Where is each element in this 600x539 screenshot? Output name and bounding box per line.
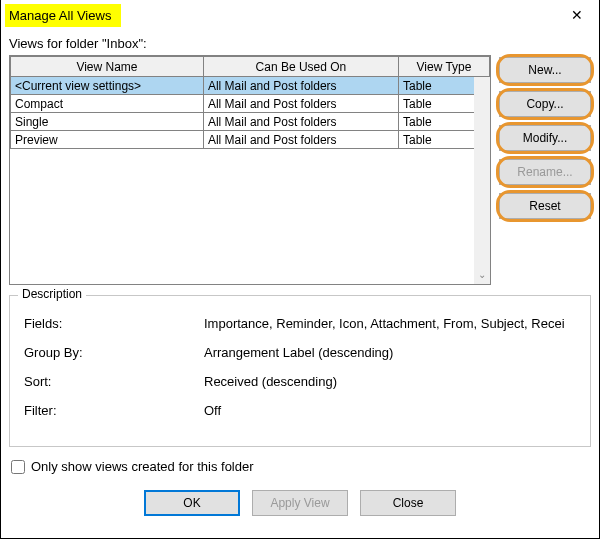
description-sort-row[interactable]: Sort: Received (descending): [24, 374, 580, 389]
groupby-label: Group By:: [24, 345, 204, 360]
cell-usedon: All Mail and Post folders: [203, 113, 398, 131]
reset-button-label: Reset: [529, 199, 560, 213]
bottom-buttons: OK Apply View Close: [9, 490, 591, 516]
folder-label: Views for folder "Inbox":: [9, 36, 591, 51]
chevron-down-icon: ⌄: [478, 269, 486, 280]
rename-button-label: Rename...: [517, 165, 572, 179]
cell-name: Single: [11, 113, 204, 131]
rename-button: Rename...: [499, 159, 591, 185]
views-table: View Name Can Be Used On View Type <Curr…: [10, 56, 490, 149]
apply-view-button: Apply View: [252, 490, 348, 516]
table-row[interactable]: Compact All Mail and Post folders Table: [11, 95, 490, 113]
close-button[interactable]: ✕: [555, 0, 599, 30]
description-groupby-row[interactable]: Group By: Arrangement Label (descending): [24, 345, 580, 360]
table-row[interactable]: Single All Mail and Post folders Table: [11, 113, 490, 131]
sort-value: Received (descending): [204, 374, 580, 389]
only-show-checkbox[interactable]: [11, 460, 25, 474]
filter-value: Off: [204, 403, 580, 418]
table-row[interactable]: <Current view settings> All Mail and Pos…: [11, 77, 490, 95]
sort-label: Sort:: [24, 374, 204, 389]
modify-button-label: Modify...: [523, 131, 567, 145]
close-icon: ✕: [571, 7, 583, 23]
reset-button[interactable]: Reset: [499, 193, 591, 219]
groupby-value: Arrangement Label (descending): [204, 345, 580, 360]
modify-button[interactable]: Modify...: [499, 125, 591, 151]
filter-label: Filter:: [24, 403, 204, 418]
table-row[interactable]: Preview All Mail and Post folders Table: [11, 131, 490, 149]
main-row: View Name Can Be Used On View Type <Curr…: [9, 55, 591, 285]
fields-label: Fields:: [24, 316, 204, 331]
column-header-usedon[interactable]: Can Be Used On: [203, 57, 398, 77]
description-legend: Description: [18, 287, 86, 301]
table-header-row: View Name Can Be Used On View Type: [11, 57, 490, 77]
side-buttons: New... Copy... Modify... Rename... Reset: [499, 55, 591, 285]
title-bar: Manage All Views ✕: [1, 0, 599, 30]
cell-name: Compact: [11, 95, 204, 113]
column-header-type[interactable]: View Type: [398, 57, 489, 77]
close-dialog-button[interactable]: Close: [360, 490, 456, 516]
only-show-label: Only show views created for this folder: [31, 459, 254, 474]
only-show-checkbox-row[interactable]: Only show views created for this folder: [11, 459, 591, 474]
description-filter-row[interactable]: Filter: Off: [24, 403, 580, 418]
scrollbar-placeholder[interactable]: ⌄: [474, 77, 490, 284]
new-button-label: New...: [528, 63, 561, 77]
ok-button[interactable]: OK: [144, 490, 240, 516]
column-header-name[interactable]: View Name: [11, 57, 204, 77]
cell-name: Preview: [11, 131, 204, 149]
views-table-container: View Name Can Be Used On View Type <Curr…: [9, 55, 491, 285]
dialog-title: Manage All Views: [5, 4, 121, 27]
cell-usedon: All Mail and Post folders: [203, 131, 398, 149]
cell-name: <Current view settings>: [11, 77, 204, 95]
description-fields-row[interactable]: Fields: Importance, Reminder, Icon, Atta…: [24, 316, 580, 331]
description-group: Description Fields: Importance, Reminder…: [9, 295, 591, 447]
cell-usedon: All Mail and Post folders: [203, 95, 398, 113]
fields-value: Importance, Reminder, Icon, Attachment, …: [204, 316, 580, 331]
copy-button[interactable]: Copy...: [499, 91, 591, 117]
manage-views-dialog: Manage All Views ✕ Views for folder "Inb…: [0, 0, 600, 539]
dialog-content: Views for folder "Inbox": View Name Can …: [1, 30, 599, 524]
cell-usedon: All Mail and Post folders: [203, 77, 398, 95]
new-button[interactable]: New...: [499, 57, 591, 83]
copy-button-label: Copy...: [526, 97, 563, 111]
